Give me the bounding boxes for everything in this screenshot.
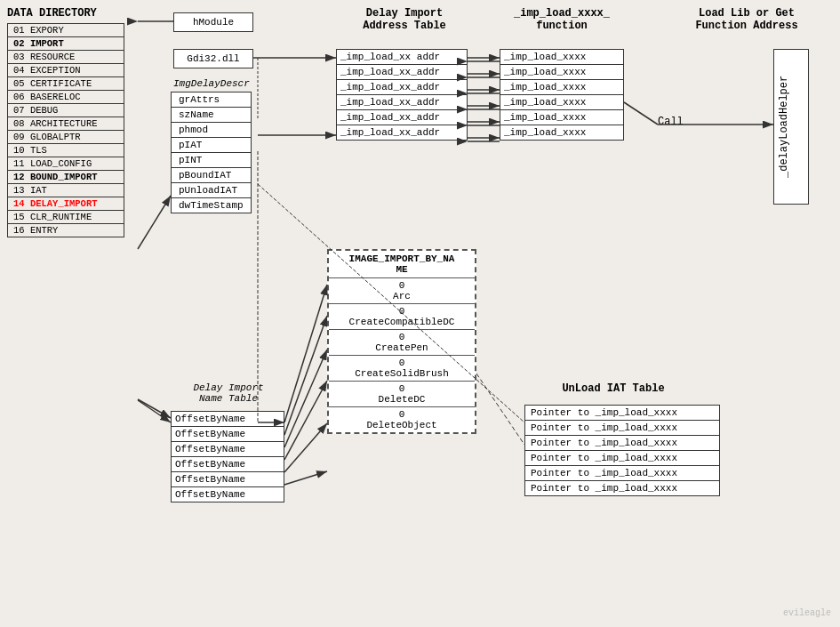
dir-item: 08 ARCHITECTURE — [8, 117, 124, 131]
dir-item: 05 CERTIFICATE — [8, 77, 124, 91]
image-import-box: IMAGE_IMPORT_BY_NAME 0Arc 0CreateCompati… — [327, 249, 476, 434]
diat-row-5: _imp_load_xx_addr — [337, 110, 467, 125]
dir-item: 06 BASERELOC — [8, 91, 124, 104]
dir-item: 13 IAT — [8, 184, 124, 197]
diat-title: Delay ImportAddress Table — [338, 7, 471, 32]
imp-func-row-4: _imp_load_xxxx — [500, 95, 623, 110]
hmodule-box: hModule — [173, 12, 253, 32]
dint-row-6: OffsetByName — [172, 487, 284, 502]
svg-line-32 — [138, 196, 171, 249]
svg-line-30 — [476, 374, 524, 445]
dir-item: 14 DELAY_IMPORT — [8, 197, 124, 211]
diat-row-1: _imp_load_xx addr — [337, 50, 467, 65]
dir-item: 16 ENTRY — [8, 224, 124, 237]
field-grAttrs: grAttrs — [172, 92, 251, 108]
svg-line-29 — [284, 471, 327, 485]
diagram-container: DATA DIRECTORY 01 EXPORY02 IMPORT03 RESO… — [0, 0, 840, 627]
imp-func-title: _imp_load_xxxx_function — [500, 7, 624, 32]
iib-row-6: 0DeleteObject — [329, 407, 475, 432]
diat-row-6: _imp_load_xx_addr — [337, 125, 467, 140]
field-phmod: phmod — [172, 123, 251, 138]
watermark: evileagle — [783, 608, 831, 618]
imp-func-row-1: _imp_load_xxxx — [500, 50, 623, 65]
iib-row-4: 0CreateSolidBrush — [329, 356, 475, 382]
loadlib-title: Load Lib or GetFunction Address — [676, 7, 818, 32]
imp-func-row-6: _imp_load_xxxx — [500, 125, 623, 140]
dir-item: 12 BOUND_IMPORT — [8, 171, 124, 184]
dir-item: 04 EXCEPTION — [8, 64, 124, 77]
dint-row-1: OffsetByName — [172, 412, 284, 427]
unload-row-5: Pointer to _imp_load_xxxx — [525, 466, 719, 481]
svg-line-31 — [138, 399, 171, 418]
imp-func-box: _imp_load_xxxx _imp_load_xxxx _imp_load_… — [500, 49, 624, 141]
dint-row-4: OffsetByName — [172, 457, 284, 472]
dir-item: 15 CLR_RUNTIME — [8, 211, 124, 224]
dint-row-2: OffsetByName — [172, 427, 284, 442]
diat-row-2: _imp_load_xx_addr — [337, 65, 467, 80]
unload-row-2: Pointer to _imp_load_xxxx — [525, 421, 719, 436]
dir-item: 11 LOAD_CONFIG — [8, 157, 124, 171]
svg-line-4 — [138, 400, 171, 422]
iib-row-5: 0DeleteDC — [329, 382, 475, 407]
image-import-title: IMAGE_IMPORT_BY_NAME — [329, 251, 475, 278]
dir-item: 07 DEBUG — [8, 104, 124, 117]
unload-row-1: Pointer to _imp_load_xxxx — [525, 406, 719, 421]
diat-row-4: _imp_load_xx_addr — [337, 95, 467, 110]
iib-row-3: 0CreatePen — [329, 330, 475, 356]
call-label: Call — [658, 116, 684, 128]
data-directory-title: DATA DIRECTORY — [7, 7, 124, 20]
dir-item: 03 RESOURCE — [8, 51, 124, 64]
dint-row-5: OffsetByName — [172, 472, 284, 487]
field-pINT: pINT — [172, 153, 251, 168]
field-dwTimeStamp: dwTimeStamp — [172, 198, 251, 213]
dint-row-3: OffsetByName — [172, 442, 284, 457]
imgdelayescr-title: ImgDelayDescr — [173, 78, 250, 89]
dir-list: 01 EXPORY02 IMPORT03 RESOURCE04 EXCEPTIO… — [7, 23, 124, 237]
dir-item: 02 IMPORT — [8, 37, 124, 51]
dir-item: 09 GLOBALPTR — [8, 131, 124, 144]
dir-item: 10 TLS — [8, 144, 124, 157]
field-pUnloadIAT: pUnloadIAT — [172, 183, 251, 198]
field-pIAT: pIAT — [172, 138, 251, 153]
imgdelayescr-box: grAttrs szName phmod pIAT pINT pBoundIAT… — [171, 92, 252, 213]
svg-line-28 — [284, 423, 327, 472]
diat-row-3: _imp_load_xx_addr — [337, 80, 467, 95]
field-szName: szName — [172, 108, 251, 123]
svg-line-22 — [624, 102, 658, 125]
dint-box: OffsetByName OffsetByName OffsetByName O… — [171, 411, 284, 502]
iib-row-2: 0CreateCompatibleDC — [329, 304, 475, 330]
unload-row-3: Pointer to _imp_load_xxxx — [525, 436, 719, 451]
diat-box: _imp_load_xx addr _imp_load_xx_addr _imp… — [336, 49, 468, 141]
delay-load-helper-box: _delayLoadHelper — [773, 49, 809, 205]
iib-row-1: 0Arc — [329, 278, 475, 304]
gdi32-box: Gdi32.dll — [173, 49, 253, 68]
unload-row-4: Pointer to _imp_load_xxxx — [525, 451, 719, 466]
unload-iat-title: UnLoad IAT Table — [524, 382, 702, 395]
dint-title: Delay ImportName Table — [171, 382, 286, 404]
svg-line-24 — [284, 285, 327, 422]
field-pBoundIAT: pBoundIAT — [172, 168, 251, 183]
svg-line-27 — [284, 381, 327, 460]
unload-iat-box: Pointer to _imp_load_xxxx Pointer to _im… — [524, 405, 720, 496]
dir-item: 01 EXPORY — [8, 24, 124, 37]
imp-func-row-3: _imp_load_xxxx — [500, 80, 623, 95]
svg-line-26 — [284, 350, 327, 447]
svg-line-25 — [284, 316, 327, 435]
unload-row-6: Pointer to _imp_load_xxxx — [525, 481, 719, 495]
imp-func-row-5: _imp_load_xxxx — [500, 110, 623, 125]
imp-func-row-2: _imp_load_xxxx — [500, 65, 623, 80]
data-directory: DATA DIRECTORY 01 EXPORY02 IMPORT03 RESO… — [7, 7, 124, 237]
